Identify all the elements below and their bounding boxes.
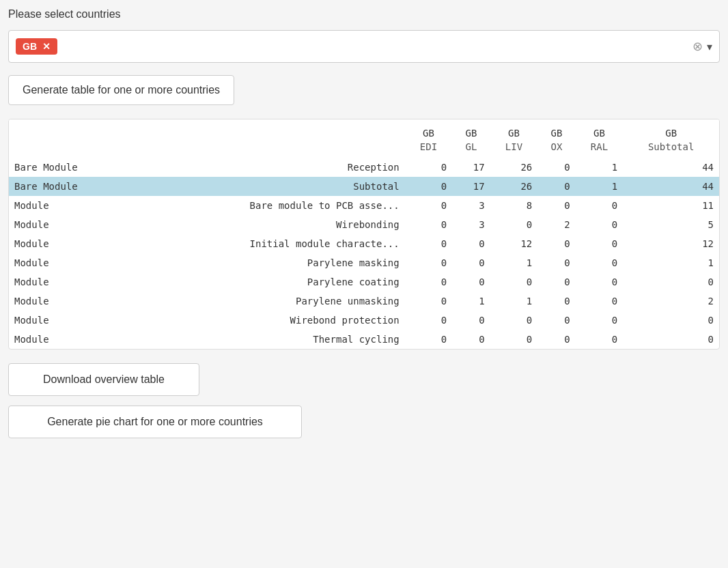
col-h2-liv: LIV <box>490 140 538 158</box>
cell-val-2: 0 <box>490 215 538 234</box>
cell-col1: Bare Module <box>9 158 134 177</box>
cell-val-1: 0 <box>452 311 490 330</box>
table-row: ModuleInitial module characte...00120012 <box>9 234 719 253</box>
cell-val-0: 0 <box>405 196 453 215</box>
cell-val-5: 1 <box>623 253 719 272</box>
cell-col2: Wirebond protection <box>134 311 404 330</box>
cell-col2: Bare module to PCB asse... <box>134 196 404 215</box>
cell-col2: Reception <box>134 158 404 177</box>
table-row: ModuleParylene unmasking011002 <box>9 292 719 311</box>
cell-val-4: 0 <box>576 253 624 272</box>
cell-col1: Module <box>9 292 134 311</box>
cell-val-2: 1 <box>490 253 538 272</box>
cell-col2: Subtotal <box>134 177 404 196</box>
cell-val-3: 0 <box>537 272 575 292</box>
table-container: GB GB GB GB GB GB EDI GL LIV OX RAL Subt… <box>8 119 720 350</box>
cell-col2: Thermal cycling <box>134 330 404 349</box>
cell-col2: Wirebonding <box>134 215 404 234</box>
cell-val-1: 0 <box>452 272 490 292</box>
tag-close-icon[interactable]: ✕ <box>42 42 51 51</box>
cell-val-2: 1 <box>490 292 538 311</box>
cell-val-3: 0 <box>537 196 575 215</box>
cell-val-2: 12 <box>490 234 538 253</box>
cell-val-0: 0 <box>405 311 453 330</box>
col-h1-gb-ral: GB <box>576 119 624 140</box>
download-overview-button[interactable]: Download overview table <box>8 363 199 396</box>
cell-col1: Module <box>9 311 134 330</box>
table-row: Bare ModuleSubtotal017260144 <box>9 177 719 196</box>
cell-val-4: 0 <box>576 292 624 311</box>
cell-col2: Parylene unmasking <box>134 292 404 311</box>
cell-val-3: 2 <box>537 215 575 234</box>
cell-col1: Module <box>9 330 134 349</box>
cell-val-3: 0 <box>537 158 575 177</box>
country-tag-gb[interactable]: GB ✕ <box>16 38 57 55</box>
cell-val-4: 1 <box>576 158 624 177</box>
cell-val-4: 0 <box>576 196 624 215</box>
cell-val-0: 0 <box>405 215 453 234</box>
col-h1-2 <box>134 119 404 140</box>
cell-val-5: 44 <box>623 158 719 177</box>
cell-val-0: 0 <box>405 330 453 349</box>
cell-val-5: 11 <box>623 196 719 215</box>
cell-col1: Module <box>9 234 134 253</box>
cell-val-4: 0 <box>576 234 624 253</box>
table-row: ModuleBare module to PCB asse...0380011 <box>9 196 719 215</box>
cell-val-0: 0 <box>405 253 453 272</box>
cell-val-2: 0 <box>490 330 538 349</box>
cell-val-1: 0 <box>452 330 490 349</box>
cell-val-3: 0 <box>537 177 575 196</box>
table-header-row-2: EDI GL LIV OX RAL Subtotal <box>9 140 719 158</box>
cell-val-0: 0 <box>405 158 453 177</box>
col-h1-gb-sub: GB <box>623 119 719 140</box>
country-select[interactable]: GB ✕ ⊗ ▾ <box>8 30 720 63</box>
cell-col1: Module <box>9 196 134 215</box>
cell-val-1: 17 <box>452 158 490 177</box>
col-h2-ox: OX <box>537 140 575 158</box>
col-h1-gb-gl: GB <box>452 119 490 140</box>
cell-col1: Module <box>9 215 134 234</box>
cell-col2: Initial module characte... <box>134 234 404 253</box>
generate-pie-chart-button[interactable]: Generate pie chart for one or more count… <box>8 406 302 438</box>
cell-val-5: 0 <box>623 311 719 330</box>
cell-val-5: 5 <box>623 215 719 234</box>
cell-val-2: 26 <box>490 158 538 177</box>
col-h2-edi: EDI <box>405 140 453 158</box>
col-h2-subtotal: Subtotal <box>623 140 719 158</box>
cell-val-5: 2 <box>623 292 719 311</box>
clear-all-button[interactable]: ⊗ <box>692 40 703 53</box>
cell-val-1: 1 <box>452 292 490 311</box>
col-h1-gb-liv: GB <box>490 119 538 140</box>
cell-val-0: 0 <box>405 177 453 196</box>
cell-col1: Bare Module <box>9 177 134 196</box>
cell-val-2: 0 <box>490 311 538 330</box>
cell-val-1: 0 <box>452 253 490 272</box>
col-h1-gb-edi: GB <box>405 119 453 140</box>
cell-val-4: 0 <box>576 330 624 349</box>
col-h2-ral: RAL <box>576 140 624 158</box>
cell-val-1: 0 <box>452 234 490 253</box>
generate-table-button[interactable]: Generate table for one or more countries <box>8 75 234 105</box>
table-scroll-area[interactable]: GB GB GB GB GB GB EDI GL LIV OX RAL Subt… <box>9 119 719 349</box>
cell-val-0: 0 <box>405 234 453 253</box>
col-h2-2 <box>134 140 404 158</box>
cell-val-4: 1 <box>576 177 624 196</box>
cell-val-3: 0 <box>537 292 575 311</box>
table-row: ModuleWirebond protection000000 <box>9 311 719 330</box>
table-row: Bare ModuleReception017260144 <box>9 158 719 177</box>
table-row: ModuleWirebonding030205 <box>9 215 719 234</box>
overview-table: GB GB GB GB GB GB EDI GL LIV OX RAL Subt… <box>9 119 719 349</box>
cell-col1: Module <box>9 253 134 272</box>
cell-val-1: 17 <box>452 177 490 196</box>
table-row: ModuleParylene coating000000 <box>9 272 719 292</box>
cell-col2: Parylene masking <box>134 253 404 272</box>
table-header-row-1: GB GB GB GB GB GB <box>9 119 719 140</box>
cell-val-4: 0 <box>576 215 624 234</box>
dropdown-toggle-button[interactable]: ▾ <box>707 40 712 53</box>
cell-val-3: 0 <box>537 311 575 330</box>
col-h1-1 <box>9 119 134 140</box>
cell-val-0: 0 <box>405 272 453 292</box>
cell-val-3: 0 <box>537 234 575 253</box>
cell-val-2: 8 <box>490 196 538 215</box>
cell-col2: Parylene coating <box>134 272 404 292</box>
